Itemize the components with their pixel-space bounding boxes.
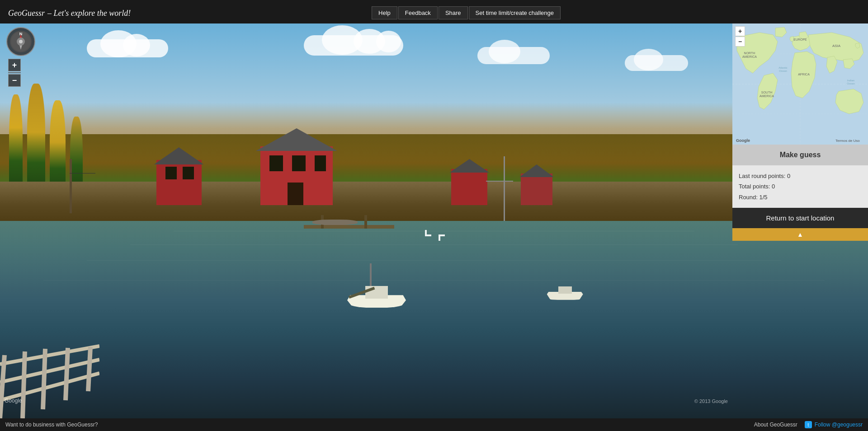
building-left: [156, 160, 202, 205]
map-container[interactable]: + −: [732, 23, 868, 145]
feedback-button[interactable]: Feedback: [398, 6, 438, 19]
twitter-follow-link[interactable]: t Follow @geoguessr: [805, 421, 863, 428]
water: [0, 221, 868, 418]
zoom-out-button[interactable]: −: [8, 74, 21, 87]
last-round-points: Last round points: 0: [739, 171, 862, 181]
cloud-2: [304, 35, 403, 56]
dock-horizontal: [304, 225, 394, 229]
top-buttons: Help Feedback Share Set time limit/creat…: [372, 6, 561, 19]
nav-forward-arrow[interactable]: [417, 224, 453, 248]
svg-text:AFRICA: AFRICA: [798, 73, 810, 76]
zoom-controls: + −: [8, 59, 21, 87]
boat-boom: [486, 181, 513, 182]
fence: [0, 328, 99, 418]
cloud-4: [625, 55, 688, 71]
logo-sub: – Let's explore the world!: [47, 9, 131, 18]
help-button[interactable]: Help: [372, 6, 397, 19]
map-zoom-in-button[interactable]: +: [735, 26, 745, 36]
zoom-in-button[interactable]: +: [8, 59, 21, 71]
power-line-1: [70, 173, 96, 173]
total-points: Total points: 0: [739, 181, 862, 192]
streetview-google-logo: Google: [5, 398, 22, 404]
svg-text:Ocean: Ocean: [779, 70, 787, 72]
svg-text:AMERICA: AMERICA: [760, 94, 774, 98]
compass-center-dot: [19, 40, 23, 43]
score-area: Last round points: 0 Total points: 0 Rou…: [732, 165, 868, 208]
about-link[interactable]: About GeoGuessr: [754, 422, 797, 428]
svg-line-6: [66, 348, 68, 400]
compass-inner: N: [10, 31, 32, 52]
challenge-button[interactable]: Set time limit/create challenge: [469, 6, 561, 19]
return-to-start-button[interactable]: Return to start location: [732, 208, 868, 228]
compass-center: [17, 37, 25, 46]
map-zoom-out-button[interactable]: −: [735, 37, 745, 47]
svg-text:SOUTH: SOUTH: [761, 91, 773, 94]
compass[interactable]: N: [6, 27, 35, 56]
bottom-right-links: About GeoGuessr t Follow @geoguessr: [754, 421, 863, 428]
twitter-icon: t: [805, 421, 812, 428]
svg-text:Termos de Uso: Termos de Uso: [835, 139, 860, 143]
svg-text:Atlantic: Atlantic: [778, 66, 788, 69]
share-button[interactable]: Share: [439, 6, 468, 19]
svg-text:ASIA: ASIA: [832, 44, 841, 48]
svg-text:AMERICA: AMERICA: [742, 55, 757, 58]
map-zoom-controls: + −: [735, 26, 745, 47]
logo: GeoGuessr– Let's explore the world!: [5, 5, 131, 19]
building-right-1: [451, 169, 487, 205]
boat-mast: [504, 156, 505, 229]
right-panel: + −: [732, 23, 868, 241]
logo-main: GeoGuessr: [8, 9, 45, 18]
zoom-separator: [8, 72, 21, 73]
svg-line-7: [88, 347, 90, 391]
cloud-1: [87, 39, 168, 57]
business-inquiry-link[interactable]: Want to do business with GeoGuessr?: [5, 422, 98, 428]
boat: [347, 285, 406, 308]
round-info: Round: 1/5: [739, 192, 862, 202]
svg-text:NORTH: NORTH: [744, 52, 755, 55]
expand-panel-button[interactable]: ▲: [732, 228, 868, 241]
dock-post-2: [364, 215, 367, 229]
svg-text:Indian: Indian: [847, 79, 854, 82]
building-main: [260, 146, 333, 205]
cloud-3: [477, 47, 550, 64]
svg-text:EUROPE: EUROPE: [793, 38, 807, 41]
streetview-copyright: © 2013 Google: [694, 398, 728, 404]
power-pole: [70, 159, 72, 213]
boat-2: [547, 286, 583, 300]
bottom-bar: Want to do business with GeoGuessr? Abou…: [0, 418, 868, 431]
rocks: [312, 220, 358, 225]
building-right-2: [521, 173, 552, 205]
twitter-follow-label: Follow @geoguessr: [815, 422, 863, 428]
svg-text:Google: Google: [736, 138, 750, 143]
world-map: NORTH AMERICA EUROPE ASIA AFRICA SOUTH A…: [732, 23, 868, 145]
make-guess-button[interactable]: Make guess: [732, 145, 868, 165]
svg-line-4: [23, 351, 25, 418]
svg-line-5: [43, 349, 45, 409]
svg-text:Ocean: Ocean: [847, 82, 855, 85]
